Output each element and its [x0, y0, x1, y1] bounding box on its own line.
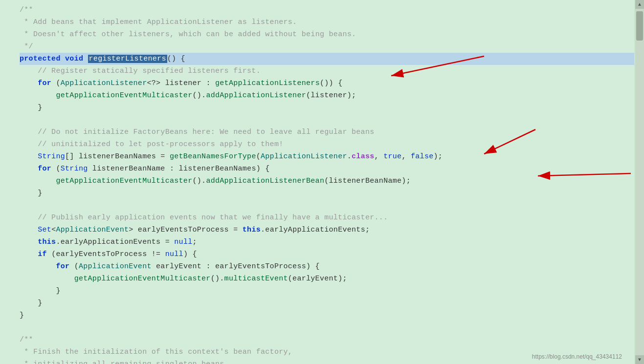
code-line-10	[20, 114, 634, 126]
code-line-8: getApplicationEventMulticaster().addAppl…	[20, 89, 634, 102]
code-line-17	[20, 199, 634, 212]
code-line-9: }	[20, 102, 634, 114]
code-line-25: }	[20, 297, 634, 309]
code-line-13: String[] listenerBeanNames = getBeanName…	[20, 150, 634, 163]
code-line-27	[20, 321, 634, 334]
code-line-26: }	[20, 309, 634, 321]
code-line-21: if (earlyEventsToProcess != null) {	[20, 248, 634, 260]
code-container: /** * Add beans that implement Applicati…	[0, 0, 634, 364]
code-line-20: this.earlyApplicationEvents = null;	[20, 236, 634, 248]
code-line-24: }	[20, 285, 634, 297]
code-line-5: protected void registerListeners() {	[20, 53, 634, 65]
code-line-11: // Do not initialize FactoryBeans here: …	[20, 126, 634, 138]
scrollbar-track[interactable]: ▲ ▼	[635, 0, 644, 364]
code-line-1: /**	[20, 4, 634, 16]
code-line-16: }	[20, 187, 634, 199]
code-line-3: * Doesn't affect other listeners, which …	[20, 28, 634, 41]
code-line-22: for (ApplicationEvent earlyEvent : early…	[20, 260, 634, 273]
code-line-19: Set<ApplicationEvent> earlyEventsToProce…	[20, 224, 634, 236]
scrollbar-down-button[interactable]: ▼	[635, 355, 644, 364]
code-line-18: // Publish early application events now …	[20, 212, 634, 224]
watermark: https://blog.csdn.net/qq_43434112	[532, 353, 622, 360]
code-line-15: getApplicationEventMulticaster().addAppl…	[20, 175, 634, 187]
scrollbar-thumb[interactable]	[636, 11, 643, 41]
scrollbar-middle	[635, 9, 644, 355]
code-line-14: for (String listenerBeanName : listenerB…	[20, 163, 634, 175]
code-line-7: for (ApplicationListener<?> listener : g…	[20, 77, 634, 89]
code-line-28: /**	[20, 334, 634, 346]
code-line-12: // uninitialized to let post-processors …	[20, 138, 634, 150]
code-line-4: */	[20, 41, 634, 53]
code-line-6: // Register statically specified listene…	[20, 65, 634, 77]
code-line-23: getApplicationEventMulticaster().multica…	[20, 273, 634, 285]
scrollbar-up-button[interactable]: ▲	[635, 0, 644, 9]
code-line-2: * Add beans that implement ApplicationLi…	[20, 16, 634, 28]
